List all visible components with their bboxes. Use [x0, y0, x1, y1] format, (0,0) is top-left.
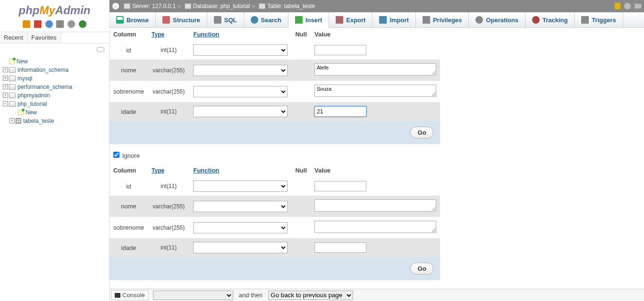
tab-browse[interactable]: Browse — [110, 12, 156, 27]
breadcrumb-database[interactable]: php_tutorial — [220, 3, 250, 9]
breadcrumb-table[interactable]: tabela_teste — [284, 3, 315, 9]
function-select[interactable] — [193, 86, 288, 97]
header-function[interactable]: Function — [189, 164, 291, 177]
settings-icon[interactable] — [624, 3, 631, 9]
breadcrumb-server[interactable]: 127.0.0.1 — [152, 3, 176, 9]
column-name: sobrenome — [110, 81, 148, 102]
recent-tab[interactable]: Recent — [0, 32, 27, 43]
new-table-icon — [18, 110, 24, 115]
header-null: Null — [291, 28, 311, 41]
value-input[interactable] — [314, 242, 366, 253]
insert-icon — [295, 16, 303, 24]
insert-row: nomevarchar(255) — [110, 196, 440, 217]
column-name: id — [110, 177, 148, 196]
null-cell — [291, 102, 311, 121]
sidebar-toolbar — [0, 18, 109, 30]
function-select[interactable] — [193, 242, 288, 253]
insert-mode-select[interactable] — [153, 291, 233, 300]
reload-icon[interactable] — [79, 20, 86, 28]
tab-import[interactable]: Import — [373, 12, 415, 27]
favorites-tab[interactable]: Favorites — [27, 32, 60, 43]
null-cell — [291, 217, 311, 238]
go-button-1[interactable]: Go — [410, 127, 433, 138]
console-icon — [115, 293, 120, 298]
tab-insert[interactable]: Insert — [288, 12, 329, 28]
value-input[interactable] — [314, 106, 366, 117]
function-select[interactable] — [193, 201, 288, 212]
triggers-icon — [581, 16, 589, 24]
function-select[interactable] — [193, 44, 288, 56]
exit-icon[interactable] — [34, 20, 42, 28]
tree-db-phpmyadmin[interactable]: +phpmyadmin — [3, 91, 106, 100]
main: ← Server: 127.0.0.1 » Database: php_tuto… — [110, 0, 644, 301]
back-icon[interactable]: ← — [112, 3, 119, 9]
tree-db-performance-schema[interactable]: +performance_schema — [3, 83, 106, 91]
go-button-2[interactable]: Go — [410, 263, 433, 275]
ignore-checkbox[interactable] — [113, 152, 119, 158]
home-icon[interactable] — [23, 20, 30, 28]
column-name: id — [110, 41, 148, 60]
value-input[interactable] — [314, 181, 366, 191]
column-name: nome — [110, 196, 148, 217]
sql-icon[interactable] — [56, 20, 64, 28]
value-textarea[interactable] — [314, 85, 436, 97]
ignore-row: Ignore — [110, 144, 644, 164]
tree-new[interactable]: New — [3, 57, 106, 66]
null-cell — [291, 60, 311, 81]
value-input[interactable] — [314, 45, 366, 55]
function-select[interactable] — [193, 181, 288, 192]
tab-export[interactable]: Export — [329, 12, 373, 27]
header-type[interactable]: Type — [148, 164, 189, 177]
tab-search[interactable]: Search — [244, 12, 288, 27]
collapse-panel-icon[interactable] — [635, 4, 641, 9]
tab-operations[interactable]: Operations — [469, 12, 525, 27]
bottom-bar: Console and then Go back to previous pag… — [110, 289, 644, 301]
expand-icon[interactable]: + — [3, 84, 8, 89]
collapse-icon[interactable]: − — [3, 101, 8, 106]
tab-sql[interactable]: SQL — [207, 12, 244, 27]
tab-privileges[interactable]: Privileges — [416, 12, 469, 27]
expand-icon[interactable]: + — [9, 118, 15, 123]
tab-structure[interactable]: Structure — [156, 12, 207, 27]
column-name: nome — [110, 60, 148, 81]
gear-icon[interactable] — [68, 20, 75, 28]
console-toggle[interactable]: Console — [111, 290, 148, 300]
table-icon — [16, 118, 21, 124]
insert-row: sobrenomevarchar(255) — [110, 81, 440, 102]
value-textarea[interactable] — [314, 199, 436, 212]
header-function[interactable]: Function — [189, 28, 291, 41]
import-icon — [379, 16, 387, 24]
expand-icon[interactable]: + — [3, 67, 8, 72]
tree-db-mysql[interactable]: +mysql — [3, 74, 106, 83]
tab-tracking[interactable]: Tracking — [525, 12, 575, 27]
after-insert-select[interactable]: Go back to previous page — [268, 291, 353, 300]
link-icon[interactable] — [97, 47, 104, 52]
value-textarea[interactable] — [314, 63, 436, 76]
ignore-label[interactable]: Ignore — [113, 152, 140, 159]
tree-db-information-schema[interactable]: +information_schema — [3, 66, 106, 74]
database-icon — [9, 67, 16, 73]
tree-table-tabela-teste[interactable]: +tabela_teste — [3, 117, 106, 125]
tracking-icon — [532, 16, 540, 24]
help-icon[interactable] — [45, 20, 53, 28]
expand-icon[interactable]: + — [3, 76, 8, 81]
database-label: Database: — [193, 3, 219, 9]
value-textarea[interactable] — [314, 221, 436, 233]
insert-row: idint(11) — [110, 177, 440, 196]
server-icon — [124, 3, 130, 9]
tab-triggers[interactable]: Triggers — [575, 12, 623, 27]
expand-icon[interactable]: + — [3, 93, 8, 98]
column-type: varchar(255) — [148, 60, 189, 81]
function-select[interactable] — [193, 222, 288, 233]
export-icon — [336, 16, 343, 24]
lock-icon[interactable] — [615, 3, 620, 9]
function-select[interactable] — [193, 106, 288, 117]
function-select[interactable] — [193, 65, 288, 76]
tree-new-table[interactable]: New — [3, 108, 106, 117]
database-icon — [9, 101, 16, 107]
logo[interactable]: phpMyAdmin — [0, 0, 109, 18]
recent-favorites-tabs: Recent Favorites — [0, 32, 109, 43]
header-type[interactable]: Type — [148, 28, 189, 41]
header-column: Column — [110, 164, 148, 177]
tree-db-php-tutorial[interactable]: −php_tutorial — [3, 100, 106, 108]
